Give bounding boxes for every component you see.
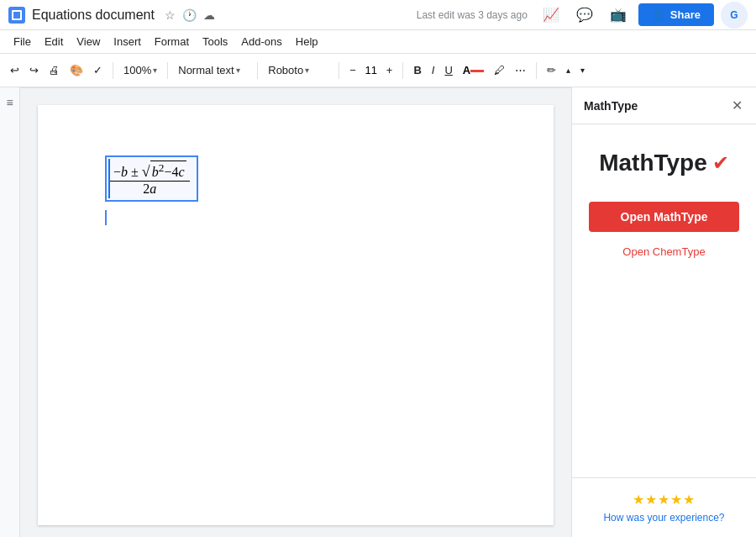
text-cursor-symbol <box>105 210 107 225</box>
menu-addons[interactable]: Add-ons <box>234 34 288 50</box>
outline-panel: ≡ <box>0 87 20 537</box>
equation-denominator: 2a <box>139 182 160 197</box>
print-button[interactable]: 🖨 <box>45 59 63 82</box>
toolbar: ↩ ↪ 🖨 🎨 ✓ 100% ▾ Normal text ▾ Roboto ▾ … <box>0 54 756 87</box>
equation-numerator: −b ± √b2−4c <box>110 161 190 182</box>
panel-header: MathType ✕ <box>572 87 756 124</box>
open-chemtype-button[interactable]: Open ChemType <box>622 245 705 258</box>
zoom-arrow: ▾ <box>153 66 157 75</box>
chevron-up-button[interactable]: ▴ <box>563 59 574 82</box>
separator-3 <box>257 62 258 79</box>
menu-format[interactable]: Format <box>148 34 196 50</box>
panel-content: MathType ✔ Open MathType Open ChemType <box>572 124 756 477</box>
separator-5 <box>402 62 403 79</box>
mathtype-logo: MathType ✔ <box>599 150 729 176</box>
share-button[interactable]: 👤 Share <box>638 3 714 26</box>
menu-help[interactable]: Help <box>289 34 325 50</box>
analytics-button[interactable]: 📈 <box>538 2 564 29</box>
paint-format-button[interactable]: 🎨 <box>66 59 87 82</box>
style-selector[interactable]: Normal text ▾ <box>175 59 250 82</box>
bold-button[interactable]: B <box>410 59 424 82</box>
share-icon: 👤 <box>652 8 665 21</box>
font-size-value: 11 <box>363 64 380 76</box>
pencil-button[interactable]: ✏ <box>543 59 559 82</box>
panel-close-button[interactable]: ✕ <box>730 96 744 115</box>
style-arrow: ▾ <box>236 66 240 75</box>
zoom-selector[interactable]: 100% ▾ <box>120 59 160 82</box>
equation-container[interactable]: −b ± √b2−4c 2a <box>105 155 198 202</box>
font-selector[interactable]: Roboto ▾ <box>265 59 332 82</box>
menu-file[interactable]: File <box>7 34 38 50</box>
equation-fraction: −b ± √b2−4c 2a <box>110 161 190 197</box>
mathtype-checkmark: ✔ <box>712 151 729 175</box>
chevron-down-button[interactable]: ▾ <box>577 59 588 82</box>
title-bar: Equations document ☆ 🕐 ☁ Last edit was 3… <box>0 0 756 30</box>
last-edit-label: Last edit was 3 days ago <box>417 9 528 21</box>
comments-button[interactable]: 💬 <box>571 2 598 29</box>
equation: −b ± √b2−4c 2a <box>110 161 190 197</box>
menu-view[interactable]: View <box>70 34 107 50</box>
spell-check-button[interactable]: ✓ <box>90 59 106 82</box>
highlight-button[interactable]: 🖊 <box>491 59 508 82</box>
more-options-button[interactable]: ⋯ <box>512 59 529 82</box>
separator-2 <box>167 62 168 79</box>
menu-tools[interactable]: Tools <box>196 34 234 50</box>
present-button[interactable]: 📺 <box>605 2 632 29</box>
doc-icon-inner <box>12 10 22 20</box>
star-icon[interactable]: ☆ <box>165 8 176 22</box>
cloud-icon: ☁ <box>203 8 215 22</box>
separator-1 <box>113 62 113 79</box>
text-cursor-area <box>105 210 503 225</box>
separator-6 <box>536 62 537 79</box>
zoom-label: 100% <box>123 64 151 76</box>
feedback-link[interactable]: How was your experience? <box>603 512 724 524</box>
document-title: Equations document <box>32 8 155 23</box>
document-area: 1234567 −b ± √b2−4c 2a <box>20 87 571 537</box>
main-area: ≡ 1234567 −b ± √b2−4c <box>0 87 756 537</box>
stars-rating: ★★★★★ <box>585 492 743 508</box>
menu-edit[interactable]: Edit <box>38 34 70 50</box>
app-icon <box>8 7 25 24</box>
history-icon[interactable]: 🕐 <box>182 8 197 22</box>
font-size-plus-button[interactable]: + <box>383 59 396 82</box>
mathtype-logo-text: MathType <box>599 150 707 176</box>
share-label: Share <box>670 8 701 21</box>
font-size-minus-button[interactable]: − <box>346 59 360 82</box>
equation-cursor <box>108 159 110 198</box>
user-avatar[interactable]: G <box>721 2 748 29</box>
open-mathtype-button[interactable]: Open MathType <box>589 202 739 232</box>
font-label: Roboto <box>268 64 303 76</box>
text-color-swatch <box>470 70 484 72</box>
menu-insert[interactable]: Insert <box>107 34 148 50</box>
panel-footer: ★★★★★ How was your experience? <box>572 477 756 537</box>
share-area: 📈 💬 📺 👤 Share G <box>538 2 748 29</box>
italic-button[interactable]: I <box>428 59 438 82</box>
menu-bar: File Edit View Insert Format Tools Add-o… <box>0 30 756 54</box>
font-arrow: ▾ <box>305 66 309 75</box>
undo-button[interactable]: ↩ <box>7 59 23 82</box>
doc-scroll: −b ± √b2−4c 2a <box>20 88 571 537</box>
style-label: Normal text <box>178 64 234 76</box>
underline-button[interactable]: U <box>441 59 455 82</box>
outline-icon[interactable]: ≡ <box>6 96 13 109</box>
text-color-icon: A <box>463 64 470 76</box>
text-color-button[interactable]: A <box>459 59 487 82</box>
side-panel: MathType ✕ MathType ✔ Open MathType Open… <box>571 87 756 537</box>
page[interactable]: −b ± √b2−4c 2a <box>38 105 554 525</box>
redo-button[interactable]: ↪ <box>26 59 42 82</box>
separator-4 <box>339 62 339 79</box>
panel-title: MathType <box>584 99 638 113</box>
